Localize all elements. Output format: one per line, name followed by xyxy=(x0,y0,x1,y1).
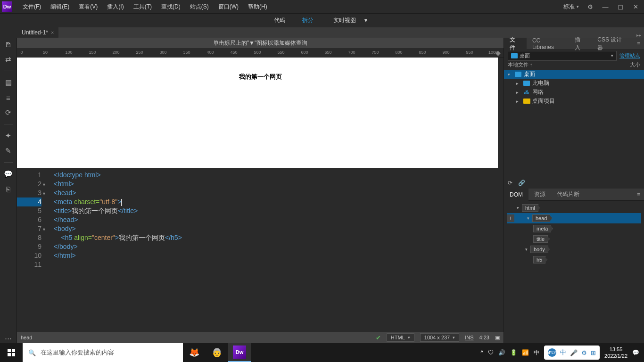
ruler-mark: 950 xyxy=(466,50,473,55)
file-tree[interactable]: ▾ 桌面 ▸ 此电脑 ▸🖧 网络 ▸ 桌面项目 xyxy=(504,70,644,177)
tree-network[interactable]: ▸🖧 网络 xyxy=(504,88,644,97)
notifications-icon[interactable]: 💬 xyxy=(632,349,639,356)
refresh-icon[interactable]: ⟳ xyxy=(4,108,13,117)
workspace-switcher[interactable]: 标准▾ xyxy=(561,2,582,12)
collapse-icon[interactable]: ≡ xyxy=(4,93,13,102)
dom-panel-toolbar: ⟳ 🔗 xyxy=(504,177,644,189)
ruler[interactable]: 0501001502002503003504004505005506006507… xyxy=(17,48,504,58)
view-code-button[interactable]: 代码 xyxy=(271,15,288,26)
menu-item[interactable]: 查看(V) xyxy=(74,3,102,11)
dom-tree[interactable]: ▾html +▾head meta title ▾body h5 xyxy=(504,201,644,343)
menu-item[interactable]: 查找(D) xyxy=(157,3,185,11)
file-manage-icon[interactable]: 🗎 xyxy=(4,40,13,49)
code-editor[interactable]: 12▼3▼4567▼891011 <!doctype html> <html> … xyxy=(17,168,504,332)
ime-toolbar[interactable]: iFLY 中🎤⚙⊞ xyxy=(544,346,600,360)
tab-assets[interactable]: 资源 xyxy=(528,189,551,201)
link-dom-icon[interactable]: 🔗 xyxy=(518,180,525,186)
search-placeholder: 在这里输入你要搜索的内容 xyxy=(41,348,114,357)
close-tab-icon[interactable]: × xyxy=(51,30,54,35)
tray-volume-icon[interactable]: 🔊 xyxy=(498,349,505,356)
dom-node-html[interactable]: ▾html xyxy=(507,203,641,213)
menu-item[interactable]: 文件(F) xyxy=(18,3,46,11)
preview-device-icon[interactable]: ▣ xyxy=(495,335,500,341)
tree-project[interactable]: ▸ 桌面项目 xyxy=(504,97,644,106)
dom-node-body[interactable]: ▾body xyxy=(507,244,641,255)
menu-item[interactable]: 编辑(E) xyxy=(46,3,74,11)
document-tab[interactable]: Untitled-1* × xyxy=(17,27,58,38)
ruler-mark: 500 xyxy=(254,50,261,55)
taskbar-dreamweaver[interactable]: Dw xyxy=(228,343,251,362)
tab-cc-libraries[interactable]: CC Libraries xyxy=(527,38,569,50)
manage-sites-link[interactable]: 管理站点 xyxy=(619,52,640,59)
tab-insert[interactable]: 插入 xyxy=(569,38,592,50)
tray-chevron-icon[interactable]: ^ xyxy=(480,349,483,356)
dom-node-head[interactable]: +▾head xyxy=(507,213,641,223)
ruler-mark: 700 xyxy=(348,50,355,55)
tab-dom[interactable]: DOM xyxy=(504,189,528,201)
dom-node-title[interactable]: title xyxy=(507,234,641,244)
col-size[interactable]: 大小 xyxy=(617,61,640,70)
minimize-button[interactable]: — xyxy=(599,1,612,12)
col-local-files[interactable]: 本地文件 ↑ xyxy=(508,61,617,70)
panel-menu-icon[interactable]: ≡ xyxy=(633,41,644,47)
menu-item[interactable]: 站点(S) xyxy=(185,3,214,11)
refresh-dom-icon[interactable]: ⟳ xyxy=(508,180,512,186)
viewport-size-selector[interactable]: 1004 x 237▾ xyxy=(420,333,459,342)
ruler-mark: 150 xyxy=(89,50,96,55)
maximize-button[interactable]: ▢ xyxy=(614,1,627,12)
taskbar-search[interactable]: 🔍 在这里输入你要搜索的内容 xyxy=(23,343,183,362)
tray-wifi-icon[interactable]: 📶 xyxy=(522,349,529,356)
language-selector[interactable]: HTML▾ xyxy=(387,333,414,342)
ruler-mark: 900 xyxy=(442,50,449,55)
toggle-source-icon[interactable]: ⇄ xyxy=(4,55,13,64)
tag-crumb[interactable]: head xyxy=(21,335,32,340)
svg-rect-3 xyxy=(12,353,15,356)
ruler-mark: 250 xyxy=(136,50,143,55)
panel-menu-icon[interactable]: ≡ xyxy=(633,191,644,198)
folder-icon xyxy=(511,53,518,58)
expand-icon[interactable]: ▤ xyxy=(4,78,13,87)
menu-item[interactable]: 工具(T) xyxy=(129,3,157,11)
ruler-handle-icon[interactable]: ◆ xyxy=(493,48,503,58)
tray-battery-icon[interactable]: 🔋 xyxy=(510,349,517,356)
sync-settings-icon[interactable]: ⚙ xyxy=(584,1,597,12)
taskbar-app[interactable]: 👵 xyxy=(206,343,228,362)
comment-icon[interactable]: 💬 xyxy=(4,169,13,179)
media-query-bar[interactable]: 单击标尺上的" ▼ "图标以添加媒体查询 xyxy=(17,38,504,48)
search-icon: 🔍 xyxy=(28,349,36,356)
live-preview[interactable]: 我的第一个网页 xyxy=(17,58,504,168)
panel-collapse-icon[interactable]: ▸▸ xyxy=(636,33,644,38)
ruler-mark: 300 xyxy=(159,50,166,55)
view-split-button[interactable]: 拆分 xyxy=(299,15,316,26)
snippet-icon[interactable]: ⎘ xyxy=(4,184,13,194)
taskbar-clock[interactable]: 13:552022/1/22 xyxy=(604,346,627,359)
ruler-mark: 400 xyxy=(206,50,214,55)
menu-item[interactable]: 插入(I) xyxy=(102,3,128,11)
lint-ok-icon[interactable]: ✔ xyxy=(376,334,381,341)
view-live-button[interactable]: 实时视图 ▾ xyxy=(328,15,373,26)
tray-security-icon[interactable]: 🛡 xyxy=(488,349,494,356)
ruler-mark: 350 xyxy=(183,50,190,55)
menu-item[interactable]: 帮助(H) xyxy=(243,3,272,11)
tab-snippets[interactable]: 代码片断 xyxy=(551,189,585,201)
more-tools-icon[interactable]: ⋯ xyxy=(4,334,13,343)
start-button[interactable] xyxy=(0,343,23,362)
ruler-mark: 50 xyxy=(43,50,48,55)
dom-node-meta[interactable]: meta xyxy=(507,223,641,234)
tray-ime-indicator[interactable]: 中 xyxy=(534,349,539,357)
site-selector[interactable]: 桌面 ▾ xyxy=(508,51,617,61)
taskbar-firefox[interactable]: 🦊 xyxy=(183,343,206,362)
format-icon[interactable]: ✎ xyxy=(4,146,13,156)
tree-root[interactable]: ▾ 桌面 xyxy=(504,70,644,79)
add-node-icon[interactable]: + xyxy=(507,214,514,222)
tab-css-designer[interactable]: CSS 设计器 xyxy=(592,38,633,50)
tab-files[interactable]: 文件 xyxy=(504,38,527,50)
dom-node-h5[interactable]: h5 xyxy=(507,255,641,265)
close-button[interactable]: ✕ xyxy=(629,1,642,12)
menu-item[interactable]: 窗口(W) xyxy=(214,3,243,11)
code-lines[interactable]: <!doctype html> <html> <head> <meta char… xyxy=(45,168,504,332)
wand-icon[interactable]: ✦ xyxy=(4,131,13,140)
tree-this-pc[interactable]: ▸ 此电脑 xyxy=(504,79,644,88)
insert-mode[interactable]: INS xyxy=(465,335,473,340)
ruler-mark: 600 xyxy=(301,50,308,55)
